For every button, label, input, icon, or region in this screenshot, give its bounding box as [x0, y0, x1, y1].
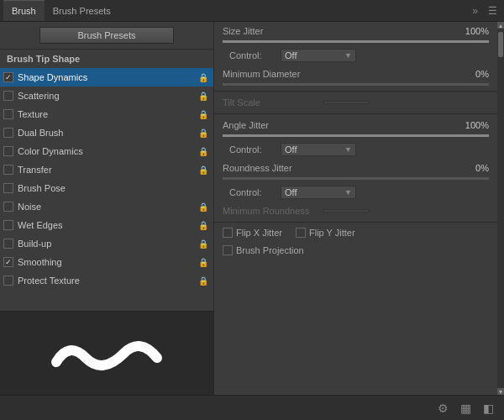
brush-projection-row: Brush Projection — [214, 241, 497, 260]
panel-options-icon[interactable]: ◧ — [480, 400, 497, 417]
brush-item-protect-texture[interactable]: Protect Texture 🔒 — [0, 271, 213, 290]
angle-jitter-slider-row — [214, 134, 497, 140]
flip-x-label: Flip X Jitter — [236, 228, 282, 238]
brush-item-wet-edges[interactable]: Wet Edges 🔒 — [0, 216, 213, 234]
lock-icon-11: 🔒 — [198, 276, 208, 286]
checkbox-wet-edges[interactable] — [3, 220, 13, 230]
lock-icon-9: 🔒 — [198, 239, 208, 249]
checkbox-dual-brush[interactable] — [3, 128, 13, 138]
brush-projection-label: Brush Projection — [236, 245, 304, 255]
preset-btn-row: Brush Presets — [0, 22, 213, 50]
checkbox-smoothing[interactable] — [3, 257, 13, 267]
flip-y-label: Flip Y Jitter — [309, 228, 355, 238]
checkbox-scattering[interactable] — [3, 91, 13, 101]
size-control-row: Control: Off ▼ — [214, 46, 497, 65]
brush-item-smoothing[interactable]: Smoothing 🔒 — [0, 253, 213, 271]
brush-item-noise[interactable]: Noise 🔒 — [0, 197, 213, 216]
right-wrapper: Size Jitter 100% Control: Off ▼ — [214, 22, 504, 395]
right-panel: Size Jitter 100% Control: Off ▼ — [214, 22, 497, 395]
right-content[interactable]: Size Jitter 100% Control: Off ▼ — [214, 22, 497, 395]
right-scrollbar: ▲ ▼ — [497, 22, 504, 395]
size-jitter-slider[interactable] — [223, 40, 489, 43]
brush-preview-area — [0, 311, 213, 395]
brush-item-texture[interactable]: Texture 🔒 — [0, 105, 213, 123]
roundness-jitter-slider[interactable] — [223, 177, 489, 180]
checkbox-shape-dynamics[interactable] — [3, 72, 13, 82]
min-diameter-slider[interactable] — [223, 83, 489, 86]
brush-list[interactable]: Shape Dynamics 🔒 Scattering 🔒 Texture 🔒 … — [0, 66, 213, 311]
size-control-select[interactable]: Off ▼ — [281, 49, 356, 62]
brush-item-shape-dynamics[interactable]: Shape Dynamics 🔒 — [0, 68, 213, 87]
bottom-toolbar: ⚙ ▦ ◧ — [0, 395, 504, 420]
roundness-control-select[interactable]: Off ▼ — [281, 186, 356, 199]
checkbox-protect-texture[interactable] — [3, 276, 13, 286]
min-roundness-input[interactable] — [323, 209, 370, 213]
brush-item-buildup[interactable]: Build-up 🔒 — [0, 234, 213, 253]
min-diameter-value: 0% — [455, 69, 489, 79]
tilt-scale-input[interactable] — [323, 101, 370, 104]
checkbox-buildup[interactable] — [3, 239, 13, 249]
angle-jitter-label: Angle Jitter — [223, 120, 323, 130]
brush-panel: Brush Brush Presets » ☰ Brush Presets Br… — [0, 0, 504, 420]
angle-control-select[interactable]: Off ▼ — [281, 143, 356, 156]
tab-brush[interactable]: Brush — [3, 0, 45, 21]
left-panel: Brush Presets Brush Tip Shape Shape Dyna… — [0, 22, 214, 395]
select-arrow-0: ▼ — [344, 51, 352, 60]
checkbox-color-dynamics[interactable] — [3, 146, 13, 156]
checkbox-transfer[interactable] — [3, 165, 13, 175]
roundness-jitter-row: Roundness Jitter 0% — [214, 159, 497, 177]
expand-icon[interactable]: » — [469, 3, 481, 18]
brush-projection-checkbox[interactable]: Brush Projection — [223, 245, 304, 255]
angle-jitter-value: 100% — [455, 120, 489, 130]
angle-control-row: Control: Off ▼ — [214, 140, 497, 159]
brush-tip-section-title: Brush Tip Shape — [0, 50, 213, 66]
tab-brush-presets[interactable]: Brush Presets — [45, 0, 119, 21]
size-jitter-slider-row — [214, 40, 497, 46]
checkbox-noise[interactable] — [3, 202, 13, 212]
brush-presets-button[interactable]: Brush Presets — [39, 27, 174, 44]
scrollbar-thumb[interactable] — [498, 32, 503, 57]
checkbox-brush-pose[interactable] — [3, 183, 13, 193]
flip-y-jitter-checkbox[interactable]: Flip Y Jitter — [296, 228, 355, 238]
min-diameter-slider-row — [214, 83, 497, 89]
flip-x-jitter-checkbox[interactable]: Flip X Jitter — [223, 228, 282, 238]
angle-control-label: Control: — [229, 144, 276, 155]
content-area: Brush Presets Brush Tip Shape Shape Dyna… — [0, 22, 504, 395]
brush-item-dual-brush[interactable]: Dual Brush 🔒 — [0, 123, 213, 142]
brush-item-color-dynamics[interactable]: Color Dynamics 🔒 — [0, 142, 213, 160]
lock-icon-3: 🔒 — [198, 129, 208, 138]
tilt-scale-row: Tilt Scale — [214, 93, 497, 112]
lock-icon-5: 🔒 — [198, 165, 208, 175]
tab-bar: Brush Brush Presets » ☰ — [0, 0, 504, 22]
size-jitter-row: Size Jitter 100% — [214, 22, 497, 40]
brush-projection-checkbox-box[interactable] — [223, 245, 233, 255]
brush-item-brush-pose[interactable]: Brush Pose — [0, 179, 213, 197]
angle-jitter-slider[interactable] — [223, 134, 489, 137]
lock-icon-7: 🔒 — [198, 202, 208, 212]
divider-1 — [214, 91, 497, 92]
grid-view-icon[interactable]: ▦ — [457, 400, 475, 417]
panel-menu-icon[interactable]: ☰ — [485, 3, 501, 18]
size-jitter-value: 100% — [455, 26, 489, 36]
scroll-down-btn[interactable]: ▼ — [497, 388, 504, 395]
min-diameter-label: Minimum Diameter — [223, 69, 323, 79]
min-roundness-row: Minimum Roundness — [214, 202, 497, 220]
min-roundness-label: Minimum Roundness — [223, 206, 323, 216]
roundness-control-label: Control: — [229, 187, 276, 197]
lock-icon-10: 🔒 — [198, 258, 208, 267]
checkbox-texture[interactable] — [3, 109, 13, 119]
roundness-jitter-slider-row — [214, 177, 497, 183]
brush-item-scattering[interactable]: Scattering 🔒 — [0, 87, 213, 105]
new-preset-icon[interactable]: ⚙ — [434, 400, 452, 417]
scroll-up-btn[interactable]: ▲ — [497, 22, 504, 29]
brush-item-transfer[interactable]: Transfer 🔒 — [0, 160, 213, 179]
size-control-label: Control: — [229, 50, 276, 60]
flip-x-checkbox-box[interactable] — [223, 228, 233, 238]
select-arrow-2: ▼ — [344, 188, 352, 197]
roundness-jitter-label: Roundness Jitter — [223, 163, 323, 173]
flip-y-checkbox-box[interactable] — [296, 228, 306, 238]
size-jitter-label: Size Jitter — [223, 26, 323, 36]
roundness-jitter-value: 0% — [455, 163, 489, 173]
divider-3 — [214, 222, 497, 223]
lock-icon-0: 🔒 — [198, 73, 208, 82]
